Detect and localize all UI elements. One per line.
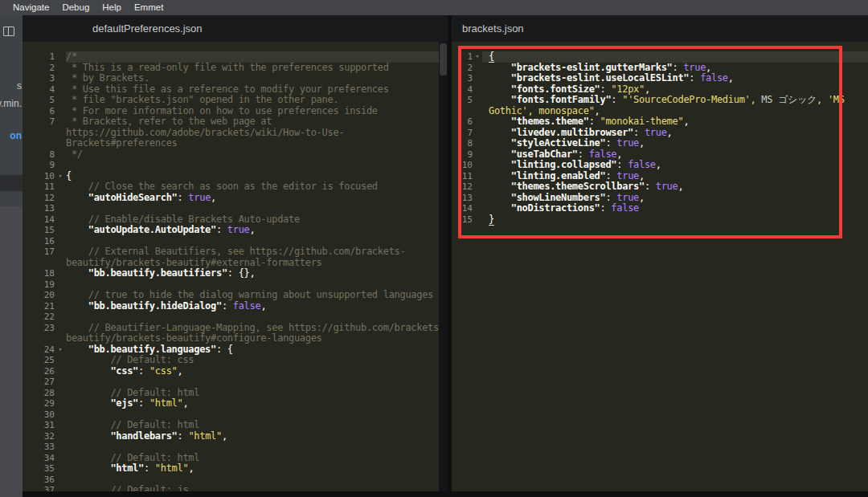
line-number: 32 bbox=[23, 431, 55, 442]
code-line[interactable]: 11 "linting.enabled": true, bbox=[452, 171, 868, 182]
left-scrollbar-track[interactable] bbox=[439, 42, 448, 497]
code-line[interactable]: 7 * Brackets, refer to the web page at h… bbox=[23, 116, 448, 149]
line-number: 16 bbox=[23, 236, 55, 247]
code-line[interactable]: 34 // Default: html bbox=[23, 453, 448, 464]
bottom-scrollbar-track[interactable] bbox=[23, 491, 868, 497]
code-line[interactable]: 1/* bbox=[23, 51, 448, 63]
code-line[interactable]: 10 "linting.collapsed": false, bbox=[452, 160, 868, 171]
line-number: 30 bbox=[23, 409, 55, 421]
sidebar-file-item[interactable]: s bbox=[17, 80, 22, 92]
code-line[interactable]: 14 // Enable/disable Brackets Auto-updat… bbox=[23, 214, 448, 226]
code-line[interactable]: 5 * file "brackets.json" opened in the o… bbox=[23, 95, 448, 106]
line-number: 14 bbox=[23, 214, 55, 226]
code-token bbox=[489, 159, 511, 170]
sidebar-file-item[interactable]: on bbox=[10, 130, 22, 141]
code-line[interactable]: 6 "themes.theme": "monokai-theme", bbox=[452, 116, 868, 128]
code-text: // Close the search as soon as the edito… bbox=[66, 181, 448, 193]
code-line[interactable]: 27 bbox=[23, 377, 448, 388]
code-token: : bbox=[178, 192, 189, 203]
code-line[interactable]: 3 * by Brackets. bbox=[23, 73, 448, 84]
code-line[interactable]: 13 "showLineNumbers": true, bbox=[452, 193, 868, 204]
code-token: : bbox=[645, 181, 656, 192]
code-line[interactable]: 7 "livedev.multibrowser": true, bbox=[452, 128, 868, 139]
code-line[interactable]: 12 "themes.themeScrollbars": true, bbox=[452, 181, 868, 193]
right-editor[interactable]: 1▾{2 "brackets-eslint.gutterMarks": true… bbox=[452, 42, 868, 497]
code-token: "css" bbox=[110, 365, 138, 377]
code-line[interactable]: 15} bbox=[452, 214, 868, 226]
code-line[interactable]: 2 * This is a read-only file with the pr… bbox=[23, 63, 448, 74]
code-line[interactable]: 2 "brackets-eslint.gutterMarks": true, bbox=[452, 63, 868, 74]
code-line[interactable]: 9 "useTabChar": false, bbox=[452, 149, 868, 161]
code-line[interactable]: 3 "brackets-eslint.useLocalESLint": fals… bbox=[452, 73, 868, 84]
code-line[interactable]: 33 bbox=[23, 442, 448, 453]
code-line[interactable]: 8 "styleActiveLine": true, bbox=[452, 138, 868, 149]
fold-gutter-spacer bbox=[473, 203, 482, 214]
fold-arrow-icon[interactable]: ▾ bbox=[55, 171, 66, 182]
code-line[interactable]: 4 "fonts.fontSize": "12px", bbox=[452, 84, 868, 96]
code-line[interactable]: 12 "autoHideSearch": true, bbox=[23, 193, 448, 204]
code-line[interactable]: 20 // true to hide the dialog warning ab… bbox=[23, 290, 448, 301]
code-line[interactable]: 11 // Close the search as soon as the ed… bbox=[23, 181, 448, 193]
menu-item-help[interactable]: Help bbox=[96, 0, 128, 15]
menu-item-emmet[interactable]: Emmet bbox=[128, 0, 170, 15]
code-line[interactable]: 6 * For more information on how to use p… bbox=[23, 106, 448, 117]
code-line[interactable]: 4 * Use this file as a reference to modi… bbox=[23, 84, 448, 96]
code-line[interactable]: 13 bbox=[23, 203, 448, 214]
line-number: 5 bbox=[23, 95, 55, 106]
code-line[interactable]: 15 "autoUpdate.AutoUpdate": true, bbox=[23, 225, 448, 236]
code-line[interactable]: 35 "html": "html", bbox=[23, 463, 448, 475]
code-text: "noDistractions": false bbox=[482, 203, 868, 214]
code-line[interactable]: 31 // Default: html bbox=[23, 420, 448, 431]
split-view-icon[interactable] bbox=[3, 26, 14, 36]
code-token bbox=[66, 430, 110, 442]
line-number: 17 bbox=[23, 246, 55, 268]
code-token: "html" bbox=[155, 462, 189, 474]
code-line[interactable]: 29 "ejs": "html", bbox=[23, 398, 448, 409]
code-line[interactable]: 8 */ bbox=[23, 149, 448, 161]
code-line[interactable]: 10▾{ bbox=[23, 171, 448, 182]
code-token: "css" bbox=[149, 365, 178, 377]
code-line[interactable]: 30 bbox=[23, 409, 448, 421]
code-token: { bbox=[66, 170, 72, 181]
left-pane-header[interactable]: defaultPreferences.json bbox=[23, 15, 448, 42]
fold-arrow-icon[interactable]: ▾ bbox=[473, 51, 482, 63]
code-line[interactable]: 25 // Default: css bbox=[23, 355, 448, 366]
code-line[interactable]: 21 "bb.beautify.hideDialog": false, bbox=[23, 301, 448, 312]
code-line[interactable]: 17 // External Beautifiers, see https://… bbox=[23, 246, 448, 268]
code-line[interactable]: 28 // Default: html bbox=[23, 388, 448, 399]
code-line[interactable]: 19 bbox=[23, 279, 448, 291]
left-editor[interactable]: 1/*2 * This is a read-only file with the… bbox=[23, 42, 448, 497]
fold-arrow-icon[interactable]: ▾ bbox=[55, 344, 66, 356]
code-token: // Default: css bbox=[66, 354, 194, 365]
fold-gutter-spacer bbox=[55, 116, 66, 149]
code-line[interactable]: 14 "noDistractions": false bbox=[452, 203, 868, 214]
code-line[interactable]: 9 bbox=[23, 160, 448, 171]
menu-item-navigate[interactable]: Navigate bbox=[6, 0, 55, 15]
code-line[interactable]: 22 bbox=[23, 312, 448, 323]
code-line[interactable]: 16 bbox=[23, 236, 448, 247]
code-line[interactable]: 32 "handlebars": "html", bbox=[23, 431, 448, 442]
line-number: 23 bbox=[23, 323, 55, 344]
tab-brackets-json[interactable]: brackets.json bbox=[452, 22, 524, 35]
code-line[interactable]: 18 "bb.beautify.beautifiers": {}, bbox=[23, 268, 448, 279]
code-line[interactable]: 26 "css": "css", bbox=[23, 366, 448, 377]
fold-gutter-spacer bbox=[473, 73, 482, 84]
code-token: : bbox=[144, 462, 155, 474]
code-line[interactable]: 5 "fonts.fontFamily": "'SourceCodePro-Me… bbox=[452, 95, 868, 116]
fold-gutter-spacer bbox=[55, 398, 66, 409]
sidebar-file-item[interactable]: v.min. bbox=[0, 98, 22, 109]
right-pane-header[interactable]: brackets.json bbox=[452, 15, 868, 42]
code-line[interactable]: 24▾ "bb.beautify.languages": { bbox=[23, 344, 448, 356]
tab-defaultpreferences-json[interactable]: defaultPreferences.json bbox=[23, 22, 203, 35]
sidebar-selected-row[interactable] bbox=[0, 175, 23, 191]
code-line[interactable]: 23 // Beautifier-Language-Mapping, see h… bbox=[23, 323, 448, 344]
code-token bbox=[66, 192, 88, 203]
code-token: : bbox=[611, 94, 622, 105]
code-token: , bbox=[678, 181, 683, 192]
code-line[interactable]: 1▾{ bbox=[452, 51, 868, 63]
code-token: * Use this file as a reference to modify… bbox=[66, 84, 389, 95]
left-scrollbar-thumb[interactable] bbox=[440, 43, 447, 75]
code-line[interactable]: 36 bbox=[23, 475, 448, 486]
line-number: 13 bbox=[452, 193, 473, 204]
menu-item-debug[interactable]: Debug bbox=[55, 0, 96, 15]
